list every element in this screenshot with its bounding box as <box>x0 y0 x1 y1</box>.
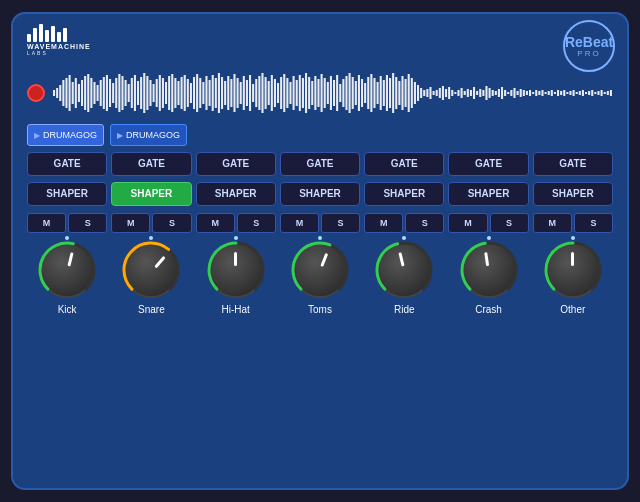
ms-group-2: M S <box>196 213 276 233</box>
knob-arc-svg-1 <box>120 239 182 301</box>
logo-bar <box>51 26 55 42</box>
svg-rect-62 <box>246 80 248 106</box>
knob-arc-svg-5 <box>458 239 520 301</box>
knob-toms[interactable] <box>292 242 348 298</box>
svg-rect-75 <box>286 78 288 108</box>
shaper-btn-5[interactable]: SHAPER <box>448 182 528 206</box>
solo-btn-5[interactable]: S <box>490 213 529 233</box>
knob-label-kick: Kick <box>58 304 77 315</box>
svg-rect-93 <box>342 79 344 107</box>
mute-btn-2[interactable]: M <box>196 213 235 233</box>
drum-tag-0[interactable]: ▶ DRUMAGOG <box>27 124 104 146</box>
svg-rect-123 <box>436 90 438 96</box>
shaper-btn-3[interactable]: SHAPER <box>280 182 360 206</box>
gate-btn-5[interactable]: GATE <box>448 152 528 176</box>
shaper-btn-4[interactable]: SHAPER <box>364 182 444 206</box>
svg-rect-79 <box>299 75 301 111</box>
mute-btn-6[interactable]: M <box>533 213 572 233</box>
svg-rect-124 <box>439 88 441 98</box>
svg-rect-110 <box>395 77 397 109</box>
shaper-btn-0[interactable]: SHAPER <box>27 182 107 206</box>
svg-rect-130 <box>457 90 459 96</box>
svg-rect-90 <box>333 80 335 106</box>
solo-btn-4[interactable]: S <box>405 213 444 233</box>
svg-rect-26 <box>134 75 136 111</box>
svg-rect-40 <box>177 81 179 105</box>
svg-rect-39 <box>174 78 176 108</box>
knob-label-ride: Ride <box>394 304 415 315</box>
svg-rect-49 <box>205 76 207 110</box>
brand-sub: LABS <box>27 50 48 56</box>
gate-btn-4[interactable]: GATE <box>364 152 444 176</box>
svg-rect-84 <box>314 76 316 110</box>
svg-rect-15 <box>100 80 102 106</box>
ms-group-0: M S <box>27 213 107 233</box>
solo-btn-0[interactable]: S <box>68 213 107 233</box>
gate-btn-3[interactable]: GATE <box>280 152 360 176</box>
svg-rect-52 <box>215 78 217 108</box>
knob-group-crash: Crash <box>448 242 528 315</box>
svg-rect-73 <box>280 77 282 109</box>
svg-rect-74 <box>283 74 285 112</box>
shaper-btn-2[interactable]: SHAPER <box>196 182 276 206</box>
knob-ride[interactable] <box>376 242 432 298</box>
svg-rect-27 <box>137 81 139 105</box>
svg-rect-134 <box>470 90 472 96</box>
solo-btn-2[interactable]: S <box>237 213 276 233</box>
mute-btn-5[interactable]: M <box>448 213 487 233</box>
gate-btn-1[interactable]: GATE <box>111 152 191 176</box>
svg-rect-61 <box>243 76 245 110</box>
svg-rect-56 <box>227 76 229 110</box>
svg-rect-63 <box>249 75 251 111</box>
svg-rect-128 <box>451 90 453 96</box>
svg-rect-112 <box>401 76 403 110</box>
record-button[interactable] <box>27 84 45 102</box>
svg-rect-138 <box>482 90 484 96</box>
main-panel: WAVEMACHINE LABS ReBeat PRO // Generate … <box>11 12 629 490</box>
drum-tag-1[interactable]: ▶ DRUMAGOG <box>110 124 187 146</box>
gate-btn-2[interactable]: GATE <box>196 152 276 176</box>
svg-rect-104 <box>377 82 379 104</box>
gate-btn-6[interactable]: GATE <box>533 152 613 176</box>
mute-btn-4[interactable]: M <box>364 213 403 233</box>
svg-rect-142 <box>495 91 497 95</box>
svg-rect-170 <box>582 90 584 96</box>
svg-rect-34 <box>159 75 161 111</box>
knob-crash[interactable] <box>461 242 517 298</box>
svg-rect-81 <box>305 73 307 113</box>
knob-other[interactable] <box>545 242 601 298</box>
knob-group-toms: Toms <box>280 242 360 315</box>
knob-arc-svg-4 <box>373 239 435 301</box>
svg-rect-164 <box>563 90 565 96</box>
knob-snare[interactable] <box>123 242 179 298</box>
svg-rect-117 <box>417 85 419 101</box>
svg-rect-55 <box>224 81 226 105</box>
mute-btn-0[interactable]: M <box>27 213 66 233</box>
solo-btn-1[interactable]: S <box>152 213 191 233</box>
svg-rect-47 <box>199 78 201 108</box>
logo-bar <box>39 24 43 42</box>
solo-btn-3[interactable]: S <box>321 213 360 233</box>
svg-rect-96 <box>352 77 354 109</box>
logo-bar <box>33 28 37 42</box>
ms-group-5: M S <box>448 213 528 233</box>
shaper-btn-1[interactable]: SHAPER <box>111 182 191 206</box>
svg-rect-101 <box>367 77 369 109</box>
svg-rect-109 <box>392 73 394 113</box>
knob-hi-hat[interactable] <box>208 242 264 298</box>
svg-rect-0 <box>53 90 55 96</box>
svg-rect-17 <box>106 75 108 111</box>
gate-btn-0[interactable]: GATE <box>27 152 107 176</box>
svg-rect-108 <box>389 78 391 108</box>
svg-rect-66 <box>258 76 260 110</box>
svg-rect-129 <box>454 92 456 94</box>
svg-rect-97 <box>355 81 357 105</box>
svg-rect-106 <box>383 80 385 106</box>
shaper-btn-6[interactable]: SHAPER <box>533 182 613 206</box>
svg-rect-174 <box>594 92 596 94</box>
mute-btn-1[interactable]: M <box>111 213 150 233</box>
mute-btn-3[interactable]: M <box>280 213 319 233</box>
solo-btn-6[interactable]: S <box>574 213 613 233</box>
knob-kick[interactable] <box>39 242 95 298</box>
svg-rect-8 <box>78 84 80 102</box>
